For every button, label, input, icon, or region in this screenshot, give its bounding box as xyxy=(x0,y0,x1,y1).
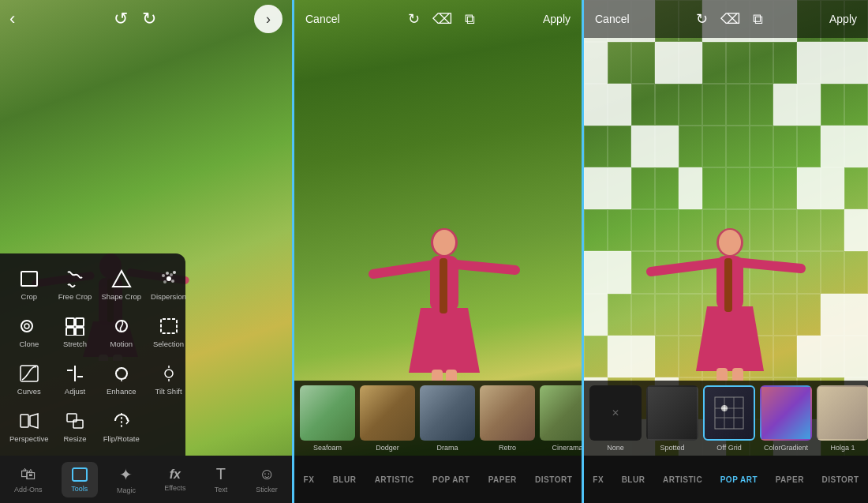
svg-rect-56 xyxy=(716,368,728,381)
right-filter-offgrid[interactable]: Off Grid xyxy=(702,385,756,452)
tool-adjust[interactable]: Adjust xyxy=(55,356,95,400)
mosaic-cell xyxy=(726,84,750,126)
right-filter-colorgradient-label: ColorGradient xyxy=(764,444,808,452)
filter-dodger-thumb xyxy=(360,385,415,441)
tool-flip-rotate[interactable]: Flip/Rotate xyxy=(98,404,144,448)
toolbar-addons[interactable]: 🛍 Add-Ons xyxy=(5,460,52,498)
tilt-shift-icon xyxy=(156,362,181,385)
svg-point-48 xyxy=(433,230,455,255)
mosaic-cell xyxy=(797,42,821,84)
enhance-label: Enhance xyxy=(107,387,137,396)
mosaic-cell xyxy=(702,84,726,126)
middle-layers-icon[interactable]: ⧉ xyxy=(465,11,475,28)
right-tab-blur[interactable]: BLUR xyxy=(615,472,652,487)
mosaic-cell xyxy=(679,42,702,84)
mosaic-cell xyxy=(679,84,702,126)
filter-retro-thumb xyxy=(480,385,535,441)
tools-label: Tools xyxy=(71,485,88,493)
tab-artistic[interactable]: ARTISTIC xyxy=(369,472,421,487)
mosaic-cell xyxy=(584,167,608,209)
middle-erase-icon[interactable]: ⌫ xyxy=(432,10,452,28)
right-tab-fx[interactable]: FX xyxy=(586,472,610,487)
sticker-label: Sticker xyxy=(256,486,278,494)
tab-fx[interactable]: FX xyxy=(297,472,321,487)
right-filter-colorgradient-thumb xyxy=(760,385,812,441)
tool-selection[interactable]: Selection xyxy=(148,309,189,353)
svg-point-15 xyxy=(163,280,166,283)
toolbar-sticker[interactable]: ☺ Sticker xyxy=(246,460,287,498)
tool-free-crop[interactable]: Free Crop xyxy=(55,261,95,306)
tool-perspective[interactable]: Perspective xyxy=(6,404,52,448)
back-button[interactable]: ‹ xyxy=(9,9,15,29)
tab-pop-art[interactable]: POP ART xyxy=(426,472,476,487)
undo-button[interactable]: ↺ xyxy=(114,9,128,29)
svg-marker-46 xyxy=(409,308,480,373)
toolbar-text[interactable]: T Text xyxy=(205,460,238,498)
right-filter-none-label: None xyxy=(607,444,624,452)
redo-button[interactable]: ↻ xyxy=(142,9,156,29)
right-tab-artistic[interactable]: ARTISTIC xyxy=(657,472,709,487)
text-label: Text xyxy=(215,486,228,494)
svg-rect-50 xyxy=(446,370,457,381)
middle-figure xyxy=(342,199,547,381)
right-filter-colorgradient[interactable]: ColorGradient xyxy=(759,385,813,452)
mosaic-cell xyxy=(631,126,655,167)
motion-icon xyxy=(109,315,134,337)
toolbar-magic[interactable]: ✦ Magic xyxy=(107,460,145,499)
mosaic-cell xyxy=(797,84,821,126)
middle-cancel-button[interactable]: Cancel xyxy=(305,13,340,25)
tools-overlay: Crop Free Crop Shape Crop xyxy=(0,253,185,456)
middle-apply-button[interactable]: Apply xyxy=(543,13,571,25)
svg-point-11 xyxy=(166,272,169,275)
mosaic-cell xyxy=(702,42,726,84)
toolbar-effects[interactable]: fx Effects xyxy=(155,463,195,497)
tab-distort[interactable]: DISTORT xyxy=(529,472,578,487)
right-layers-icon[interactable]: ⧉ xyxy=(753,11,763,28)
svg-line-34 xyxy=(117,370,118,371)
next-button[interactable]: › xyxy=(254,5,282,33)
filter-drama[interactable]: Drama xyxy=(419,385,476,452)
tool-dispersion[interactable]: Dispersion xyxy=(148,261,189,306)
tool-motion[interactable]: Motion xyxy=(98,309,144,353)
right-erase-icon[interactable]: ⌫ xyxy=(720,10,740,28)
curves-label: Curves xyxy=(17,387,41,396)
tool-curves[interactable]: Curves xyxy=(6,356,52,400)
crop-label: Crop xyxy=(21,292,38,301)
right-apply-button[interactable]: Apply xyxy=(829,13,857,25)
right-tab-distort[interactable]: DISTORT xyxy=(815,472,865,487)
right-tab-paper[interactable]: PAPER xyxy=(769,472,810,487)
tool-clone[interactable]: Clone xyxy=(6,309,52,353)
tool-stretch[interactable]: Stretch xyxy=(55,309,95,353)
tab-blur[interactable]: BLUR xyxy=(327,472,363,487)
right-redo-icon[interactable]: ↻ xyxy=(696,10,708,28)
tool-crop[interactable]: Crop xyxy=(6,261,52,306)
filter-seafoam-thumb xyxy=(300,385,355,441)
shape-crop-label: Shape Crop xyxy=(101,292,141,301)
tool-tilt-shift[interactable]: Tilt Shift xyxy=(148,356,189,400)
selection-label: Selection xyxy=(153,340,184,348)
mosaic-cell xyxy=(608,42,631,84)
right-filter-holga1[interactable]: Holga 1 xyxy=(816,385,868,452)
svg-point-12 xyxy=(170,273,173,276)
middle-redo-icon[interactable]: ↻ xyxy=(408,10,420,28)
right-tab-pop-art[interactable]: POP ART xyxy=(714,472,764,487)
mosaic-cell xyxy=(844,251,868,293)
filter-dodger[interactable]: Dodger xyxy=(359,385,416,452)
tab-paper[interactable]: PAPER xyxy=(482,472,523,487)
mosaic-cell xyxy=(608,126,631,167)
tool-shape-crop[interactable]: Shape Crop xyxy=(98,261,144,306)
adjust-label: Adjust xyxy=(65,387,85,396)
tool-resize[interactable]: Resize xyxy=(55,404,95,448)
resize-label: Resize xyxy=(64,434,87,443)
effects-icon: fx xyxy=(170,467,181,482)
filter-seafoam[interactable]: Seafoam xyxy=(299,385,356,452)
right-filter-spotted[interactable]: Spotted xyxy=(645,385,699,452)
right-filter-none[interactable]: ✕ None xyxy=(589,385,642,452)
tool-enhance[interactable]: Enhance xyxy=(98,356,144,400)
addons-icon: 🛍 xyxy=(21,465,36,483)
right-filter-spotted-label: Spotted xyxy=(660,444,684,452)
toolbar-tools[interactable]: Tools xyxy=(62,462,98,497)
filter-retro[interactable]: Retro xyxy=(479,385,536,452)
filter-cinarama[interactable]: Cinerama xyxy=(539,385,582,452)
right-cancel-button[interactable]: Cancel xyxy=(595,13,630,25)
